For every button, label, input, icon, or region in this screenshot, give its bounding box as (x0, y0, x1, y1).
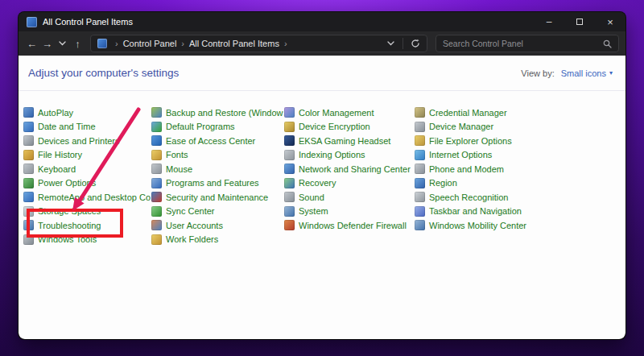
breadcrumb[interactable]: › Control Panel › All Control Panel Item… (90, 35, 427, 52)
control-panel-item[interactable]: Network and Sharing Center (284, 162, 414, 176)
refresh-icon (411, 39, 420, 48)
control-panel-item[interactable]: Security and Maintenance (151, 190, 283, 205)
address-dropdown-chevron[interactable] (384, 35, 398, 52)
page-title: Adjust your computer's settings (28, 67, 179, 79)
item-label: Network and Sharing Center (299, 164, 411, 174)
devices-printers-icon (23, 135, 34, 146)
control-panel-item[interactable]: File History (23, 148, 151, 163)
control-panel-item[interactable]: Work Folders (151, 233, 283, 247)
control-panel-item[interactable]: Devices and Printers (23, 134, 151, 148)
control-panel-item[interactable]: File Explorer Options (415, 134, 576, 148)
item-label: Credential Manager (429, 108, 507, 118)
item-label: Keyboard (38, 164, 76, 174)
item-label: Phone and Modem (429, 164, 504, 174)
control-panel-item[interactable]: Troubleshooting (23, 218, 151, 233)
item-label: Device Encryption (299, 122, 370, 131)
item-label: Storage Spaces (38, 206, 101, 216)
breadcrumb-segment-control-panel[interactable]: Control Panel (123, 39, 177, 48)
item-label: Devices and Printers (38, 136, 120, 146)
toolbar-divider (402, 38, 403, 49)
item-label: Recovery (299, 178, 336, 188)
breadcrumb-segment-all-items[interactable]: All Control Panel Items (189, 39, 279, 48)
item-label: Troubleshooting (38, 221, 101, 230)
indexing-options-icon (284, 150, 295, 160)
items-column: Color ManagementDevice EncryptionEKSA Ga… (284, 106, 414, 233)
speech-recognition-icon (415, 192, 425, 202)
view-by-dropdown[interactable]: Small icons ▾ (561, 68, 613, 78)
item-label: Internet Options (429, 150, 492, 159)
control-panel-item[interactable]: Windows Mobility Center (415, 218, 576, 233)
item-label: Ease of Access Center (166, 136, 255, 146)
control-panel-item[interactable]: Region (415, 176, 576, 191)
eksa-headset-icon (284, 135, 295, 146)
maximize-button[interactable] (564, 12, 595, 31)
defender-firewall-icon (284, 220, 295, 230)
control-panel-item[interactable]: Windows Tools (23, 233, 151, 247)
network-sharing-icon (284, 164, 295, 174)
item-label: Windows Defender Firewall (299, 221, 407, 230)
search-input[interactable] (443, 39, 603, 48)
control-panel-item[interactable]: Credential Manager (415, 106, 576, 120)
recent-locations-chevron[interactable] (56, 35, 69, 52)
control-panel-item[interactable]: Storage Spaces (23, 205, 151, 219)
control-panel-item[interactable]: Device Encryption (284, 120, 414, 135)
item-label: AutoPlay (38, 108, 73, 118)
control-panel-item[interactable]: Indexing Options (284, 148, 414, 163)
up-button[interactable]: ↑ (71, 35, 85, 52)
control-panel-item[interactable]: System (284, 205, 414, 219)
control-panel-item[interactable]: Recovery (284, 176, 414, 191)
control-panel-item[interactable]: User Accounts (151, 218, 283, 233)
close-button[interactable]: × (595, 12, 625, 31)
control-panel-item[interactable]: Windows Defender Firewall (284, 218, 414, 233)
security-maintenance-icon (151, 192, 162, 202)
item-label: Backup and Restore (Windows 7) (166, 108, 283, 118)
forward-button[interactable]: → (40, 35, 54, 52)
control-panel-item[interactable]: Default Programs (151, 120, 283, 135)
navigation-toolbar: ← → ↑ › Control Panel › All Control Pane… (19, 31, 625, 56)
maximize-icon (576, 19, 583, 25)
content-area: Adjust your computer's settings View by:… (19, 56, 625, 339)
minimize-button[interactable]: – (534, 12, 564, 31)
control-panel-item[interactable]: Mouse (151, 162, 283, 176)
title-bar: All Control Panel Items – × (19, 12, 625, 31)
control-panel-item[interactable]: Ease of Access Center (151, 134, 283, 148)
programs-features-icon (151, 178, 162, 188)
sync-center-icon (151, 206, 162, 217)
search-box[interactable] (436, 35, 619, 52)
refresh-button[interactable] (408, 35, 422, 52)
control-panel-item[interactable]: RemoteApp and Desktop Connectio... (23, 190, 151, 205)
control-panel-item[interactable]: Color Management (284, 106, 414, 120)
recovery-icon (284, 178, 295, 188)
default-programs-icon (151, 122, 162, 132)
control-panel-item[interactable]: Internet Options (415, 148, 576, 163)
control-panel-item[interactable]: AutoPlay (23, 106, 151, 120)
back-button[interactable]: ← (25, 35, 39, 52)
item-label: User Accounts (166, 221, 223, 230)
control-panel-item[interactable]: Device Manager (415, 120, 576, 135)
control-panel-item[interactable]: Sync Center (151, 205, 283, 219)
keyboard-icon (23, 164, 34, 174)
file-explorer-options-icon (415, 135, 425, 146)
control-panel-item[interactable]: Speech Recognition (415, 190, 576, 205)
item-label: Windows Mobility Center (429, 221, 526, 230)
control-panel-item[interactable]: Power Options (23, 176, 151, 191)
autoplay-icon (23, 107, 34, 118)
control-panel-item[interactable]: EKSA Gaming Headset (284, 134, 414, 148)
system-icon (284, 206, 295, 217)
control-panel-item[interactable]: Date and Time (23, 120, 151, 135)
control-panel-item[interactable]: Taskbar and Navigation (415, 205, 576, 219)
phone-modem-icon (415, 164, 425, 174)
control-panel-item[interactable]: Keyboard (23, 162, 151, 176)
control-panel-item[interactable]: Backup and Restore (Windows 7) (151, 106, 283, 120)
control-panel-item[interactable]: Sound (284, 190, 414, 205)
item-label: Region (429, 178, 457, 188)
item-label: Sync Center (166, 206, 215, 216)
search-icon (603, 39, 612, 48)
control-panel-item[interactable]: Programs and Features (151, 176, 283, 191)
control-panel-item[interactable]: Fonts (151, 148, 283, 163)
item-label: Device Manager (429, 122, 493, 131)
caret-down-icon: ▾ (609, 69, 613, 77)
control-panel-item[interactable]: Phone and Modem (415, 162, 576, 176)
region-icon (415, 178, 425, 188)
breadcrumb-separator-icon: › (279, 39, 292, 48)
